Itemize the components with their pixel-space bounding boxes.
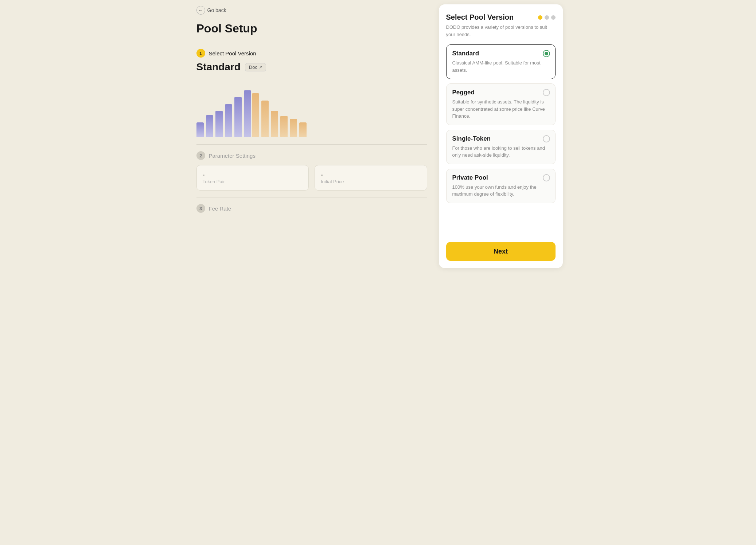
params-grid: - Token Pair - Initial Price: [196, 165, 427, 191]
next-button[interactable]: Next: [446, 242, 556, 261]
page-title: Pool Setup: [196, 22, 427, 35]
step-3-badge: 3: [196, 204, 205, 213]
param-card-initial-price: - Initial Price: [315, 165, 427, 191]
token-pair-value: -: [203, 171, 303, 179]
chart-area: [196, 79, 427, 137]
right-panel: Select Pool Version DODO provides a vari…: [439, 4, 563, 268]
bar-purple-6: [244, 90, 251, 137]
pool-option-single-token[interactable]: Single-Token For those who are looking t…: [446, 130, 556, 164]
bar-orange-10: [290, 119, 297, 137]
token-pair-label: Token Pair: [203, 179, 303, 184]
bar-orange-8: [271, 111, 278, 137]
panel-header: Select Pool Version: [446, 13, 556, 21]
pool-option-standard-desc: Classical AMM-like pool. Suitable for mo…: [452, 59, 550, 74]
pool-option-single-token-header: Single-Token: [452, 135, 550, 142]
bar-group-5: [234, 97, 242, 137]
bar-purple-1: [196, 122, 204, 137]
step-dots: [538, 15, 556, 20]
pool-option-pegged-header: Pegged: [452, 89, 550, 96]
doc-button[interactable]: Doc ↗: [245, 63, 266, 71]
bar-group-3: [215, 111, 223, 137]
pool-option-private-pool-desc: 100% use your own funds and enjoy the ma…: [452, 184, 550, 198]
pool-option-single-token-name: Single-Token: [452, 135, 491, 142]
step-dot-1: [538, 15, 542, 20]
pool-type-row: Standard Doc ↗: [196, 61, 427, 73]
bar-group-6: [244, 90, 259, 137]
panel-title: Select Pool Version: [446, 13, 514, 21]
bar-orange-11: [299, 122, 307, 137]
divider-3: [196, 197, 427, 197]
doc-label: Doc: [249, 64, 257, 70]
radio-standard-inner: [545, 52, 548, 55]
bar-purple-4: [225, 104, 232, 137]
divider-1: [196, 42, 427, 42]
pool-option-standard-name: Standard: [452, 50, 479, 57]
pool-option-standard[interactable]: Standard Classical AMM-like pool. Suitab…: [446, 44, 556, 79]
radio-pegged: [543, 89, 550, 96]
step-2-badge: 2: [196, 151, 205, 160]
step-2-name: Parameter Settings: [209, 153, 256, 159]
left-panel: ← Go back Pool Setup 1 Select Pool Versi…: [189, 0, 439, 272]
bar-orange-6: [252, 93, 259, 137]
pool-option-private-pool-header: Private Pool: [452, 174, 550, 181]
bar-group-8: [271, 111, 278, 137]
bar-group-2: [206, 115, 213, 137]
param-card-token-pair: - Token Pair: [196, 165, 309, 191]
step-1-badge: 1: [196, 49, 205, 58]
external-link-icon: ↗: [259, 65, 262, 70]
radio-standard: [543, 50, 550, 57]
pool-option-private-pool[interactable]: Private Pool 100% use your own funds and…: [446, 169, 556, 203]
initial-price-value: -: [321, 171, 421, 179]
pool-option-pegged-desc: Suitable for synthetic assets. The liqui…: [452, 98, 550, 120]
bar-group-9: [280, 116, 288, 137]
bar-purple-2: [206, 115, 213, 137]
pool-type-name: Standard: [196, 61, 241, 73]
step-dot-3: [551, 15, 556, 20]
go-back-button[interactable]: ← Go back: [196, 6, 427, 15]
go-back-label: Go back: [207, 7, 226, 13]
bar-group-1: [196, 122, 204, 137]
initial-price-label: Initial Price: [321, 179, 421, 184]
fee-section: 3 Fee Rate: [196, 204, 427, 216]
bar-purple-3: [215, 111, 223, 137]
step-1-label: 1 Select Pool Version: [196, 49, 427, 58]
pool-option-standard-header: Standard: [452, 50, 550, 57]
pool-option-private-pool-name: Private Pool: [452, 174, 488, 181]
step-3-label: 3 Fee Rate: [196, 204, 427, 213]
bar-purple-5: [234, 97, 242, 137]
bar-group-11: [299, 122, 307, 137]
pool-option-pegged[interactable]: Pegged Suitable for synthetic assets. Th…: [446, 83, 556, 125]
pool-options: Standard Classical AMM-like pool. Suitab…: [446, 44, 556, 235]
page-wrapper: ← Go back Pool Setup 1 Select Pool Versi…: [189, 0, 567, 272]
step-2-label: 2 Parameter Settings: [196, 151, 427, 160]
bar-orange-9: [280, 116, 288, 137]
pool-option-single-token-desc: For those who are looking to sell tokens…: [452, 145, 550, 159]
step-1-name: Select Pool Version: [209, 50, 256, 56]
bar-group-10: [290, 119, 297, 137]
radio-private-pool: [543, 174, 550, 181]
params-section: 2 Parameter Settings - Token Pair - Init…: [196, 151, 427, 191]
panel-subtitle: DODO provides a variety of pool versions…: [446, 24, 556, 38]
back-arrow-icon: ←: [196, 6, 205, 15]
radio-single-token: [543, 135, 550, 142]
step-dot-2: [545, 15, 549, 20]
bar-group-7: [261, 101, 269, 137]
step-3-name: Fee Rate: [209, 205, 231, 212]
bar-group-4: [225, 104, 232, 137]
divider-2: [196, 144, 427, 145]
bar-orange-7: [261, 101, 269, 137]
pool-option-pegged-name: Pegged: [452, 89, 475, 96]
